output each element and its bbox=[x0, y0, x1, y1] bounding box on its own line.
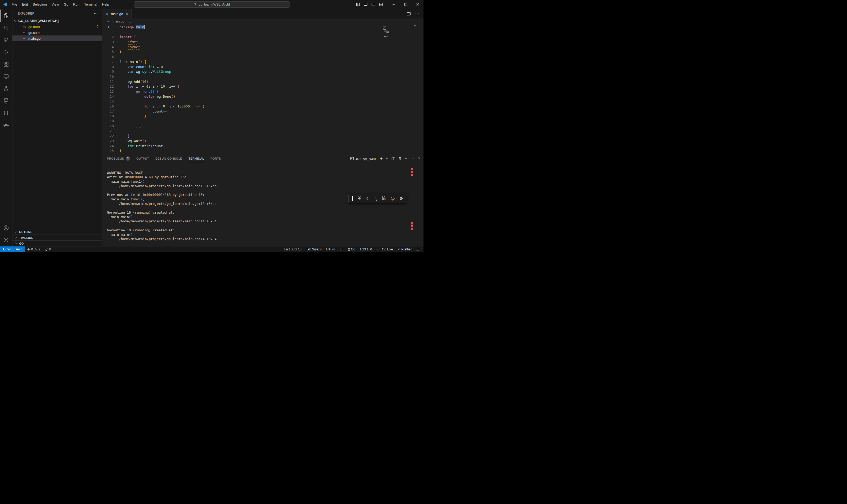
language-mode[interactable]: {} Go bbox=[348, 248, 355, 251]
tab-main-go[interactable]: GO main.go × bbox=[102, 9, 131, 19]
code-line[interactable]: 19 bbox=[102, 119, 424, 124]
ports-status[interactable]: 0 bbox=[42, 248, 53, 251]
code-line[interactable]: 9 var wg sync.WaitGroup bbox=[102, 69, 424, 74]
menu-view[interactable]: View bbox=[49, 2, 61, 6]
code-line[interactable]: 4 "sync" bbox=[102, 45, 424, 50]
line-number[interactable]: 9 bbox=[102, 69, 114, 74]
line-number[interactable]: 7 bbox=[102, 59, 114, 65]
docker-icon[interactable] bbox=[0, 119, 12, 131]
tab-close-icon[interactable]: × bbox=[126, 12, 128, 16]
line-number[interactable]: 20 bbox=[102, 124, 114, 129]
line-number[interactable]: 8 bbox=[102, 65, 114, 70]
line-number[interactable]: 19 bbox=[102, 119, 114, 124]
ime-halfwidth-moon-icon[interactable]: ☾ bbox=[366, 196, 370, 201]
line-number[interactable]: 13 bbox=[102, 89, 114, 94]
line-number[interactable]: 3 bbox=[102, 40, 114, 45]
explorer-icon[interactable] bbox=[0, 10, 12, 22]
code-line[interactable]: 15 bbox=[102, 99, 424, 104]
menu-file[interactable]: File bbox=[9, 2, 20, 6]
line-number[interactable]: 10 bbox=[102, 74, 114, 79]
command-center-search[interactable]: go_learn [WSL: Arch] bbox=[134, 1, 290, 8]
breadcrumb[interactable]: GO main.go › … bbox=[102, 19, 424, 24]
run-and-debug-icon[interactable] bbox=[0, 46, 12, 58]
code-line[interactable]: 18 } bbox=[102, 114, 424, 119]
explorer-more-actions-icon[interactable]: ⋯ bbox=[94, 11, 98, 16]
terminal-output[interactable]: ==================WARNING: DATA RACEWrit… bbox=[102, 163, 424, 246]
notifications-bell-icon[interactable] bbox=[416, 248, 420, 251]
toggle-panel-icon[interactable] bbox=[364, 2, 368, 6]
line-number[interactable]: 23 bbox=[102, 139, 114, 144]
code-line[interactable]: 14 defer wg.Done() bbox=[102, 94, 424, 99]
menu-selection[interactable]: Selection bbox=[30, 2, 49, 6]
code-line[interactable]: 20 }() bbox=[102, 124, 424, 129]
remote-explorer-icon[interactable] bbox=[0, 70, 12, 83]
line-number[interactable]: 15 bbox=[102, 99, 114, 104]
timeline-section[interactable]: TIMELINE bbox=[13, 235, 102, 240]
eol-sequence[interactable]: LF bbox=[340, 248, 343, 251]
code-line[interactable]: 6 bbox=[102, 55, 424, 59]
encoding[interactable]: UTF-8 bbox=[326, 248, 335, 251]
tab-output[interactable]: OUTPUT bbox=[136, 154, 149, 163]
line-number[interactable]: 25 bbox=[102, 148, 114, 154]
ime-language-toggle[interactable]: 英 bbox=[358, 196, 362, 201]
line-number[interactable]: 5 bbox=[102, 50, 114, 55]
breadcrumb-more[interactable]: … bbox=[129, 20, 132, 23]
tab-problems[interactable]: PROBLEMS 2 bbox=[107, 154, 130, 163]
toggle-primary-sidebar-icon[interactable] bbox=[356, 2, 360, 6]
code-line[interactable]: 24 fmt.Println(count) bbox=[102, 144, 424, 149]
search-sidebar-icon[interactable] bbox=[0, 22, 12, 34]
code-line[interactable]: 12 for i := 0; i < 10; i++ { bbox=[102, 84, 424, 89]
indentation[interactable]: Tab Size: 4 bbox=[306, 248, 322, 251]
ime-punctuation-icon[interactable]: ’, bbox=[375, 196, 377, 201]
code-line[interactable]: 5) bbox=[102, 50, 424, 55]
line-number[interactable]: 1 bbox=[102, 30, 114, 35]
prettier-status[interactable]: ✓ Prettier bbox=[397, 248, 412, 251]
line-number[interactable]: 21 bbox=[102, 129, 114, 134]
menu-terminal[interactable]: Terminal bbox=[82, 2, 100, 6]
extensions-icon[interactable] bbox=[0, 58, 12, 70]
minimap[interactable] bbox=[383, 26, 414, 37]
code-line[interactable]: 21 bbox=[102, 129, 424, 134]
testing-icon[interactable] bbox=[0, 83, 12, 95]
panel-more-actions-icon[interactable]: ⋯ bbox=[405, 156, 409, 161]
code-line[interactable]: 16 for j := 0; j < 100000; j++ { bbox=[102, 104, 424, 109]
line-number[interactable]: 2 bbox=[102, 35, 114, 40]
database-icon[interactable] bbox=[0, 95, 12, 107]
line-number[interactable]: 1 bbox=[102, 25, 114, 30]
go-section[interactable]: GO bbox=[13, 240, 102, 246]
code-line[interactable]: 1 bbox=[102, 30, 424, 35]
ime-emoji-icon[interactable]: ☺ bbox=[391, 196, 395, 201]
ime-simplified-toggle[interactable]: 简 bbox=[382, 196, 386, 201]
code-editor[interactable]: 1package main12import (3 "fmt"4 "sync"5)… bbox=[102, 24, 424, 154]
code-line[interactable]: 17 count++ bbox=[102, 109, 424, 114]
code-line[interactable]: 7func main() { bbox=[102, 59, 424, 65]
kill-terminal-trash-icon[interactable] bbox=[398, 157, 402, 160]
line-number[interactable]: 14 bbox=[102, 94, 114, 99]
code-line[interactable]: 8 var count int = 0 bbox=[102, 65, 424, 70]
go-version[interactable]: 1.23.1 ⚙ bbox=[360, 248, 373, 251]
maximize-panel-icon[interactable] bbox=[412, 157, 415, 160]
cursor-position[interactable]: Ln 1, Col 13 bbox=[284, 248, 302, 251]
code-line[interactable]: 23 wg.Wait() bbox=[102, 139, 424, 144]
customize-layout-icon[interactable] bbox=[379, 2, 383, 6]
code-line[interactable]: 25} bbox=[102, 148, 424, 154]
maximize-button[interactable] bbox=[400, 0, 412, 9]
close-panel-icon[interactable]: × bbox=[418, 156, 420, 161]
problems-status[interactable]: ⊗ 0 ⚠ 2 bbox=[25, 248, 42, 251]
split-terminal-icon[interactable] bbox=[392, 157, 395, 160]
minimize-button[interactable]: ─ bbox=[388, 0, 400, 9]
ime-settings-gear-icon[interactable]: ⚙ bbox=[399, 196, 403, 201]
outline-section[interactable]: OUTLINE bbox=[13, 229, 102, 235]
accounts-icon[interactable] bbox=[0, 222, 12, 234]
code-line[interactable]: 10 bbox=[102, 74, 424, 79]
code-line[interactable]: 11 wg.Add(10) bbox=[102, 79, 424, 85]
line-number[interactable]: 12 bbox=[102, 84, 114, 89]
split-editor-icon[interactable] bbox=[407, 12, 411, 16]
editor-more-actions-icon[interactable]: ⋯ bbox=[415, 12, 419, 16]
source-control-icon[interactable] bbox=[0, 34, 12, 46]
terminal-instance[interactable]: zsh - go_learn bbox=[350, 157, 376, 160]
new-terminal-icon[interactable]: + bbox=[380, 157, 382, 161]
menu-run[interactable]: Run bbox=[71, 2, 82, 6]
line-number[interactable]: 11 bbox=[102, 79, 114, 85]
file-go-mod[interactable]: GO go.mod 2 bbox=[13, 24, 102, 30]
